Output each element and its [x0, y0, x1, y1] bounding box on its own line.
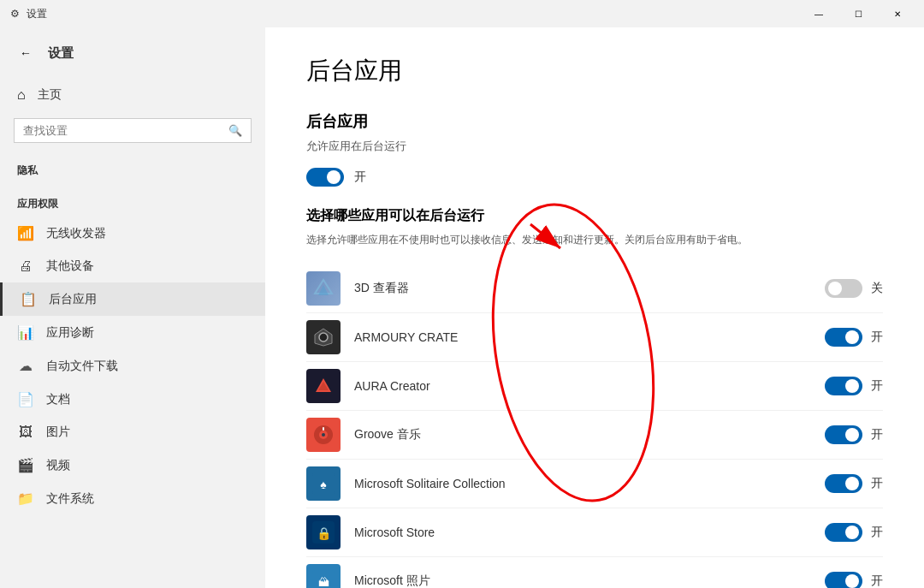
auto-download-label: 自动文件下载 [46, 359, 118, 374]
svg-text:🏔: 🏔 [318, 576, 329, 588]
sidebar-item-filesystem[interactable]: 📁 文件系统 [0, 482, 265, 515]
app-toggle-area-groove: 开 [825, 425, 883, 444]
app-toggle-label-groove: 开 [871, 427, 883, 442]
app-toggle-area-armoury: 开 [825, 328, 883, 347]
app-name-photos: Microsoft 照片 [354, 573, 825, 588]
titlebar-title: 设置 [27, 7, 47, 21]
select-apps-title: 选择哪些应用可以在后台运行 [306, 207, 883, 225]
sidebar: ← 设置 ⌂ 主页 🔍 隐私 应用权限 📶 无线收发器 🖨 其他设备 📋 后台应… [0, 27, 265, 588]
app-diagnostics-icon: 📊 [17, 324, 34, 341]
svg-point-3 [319, 333, 328, 342]
privacy-section-label: 隐私 [0, 150, 265, 183]
app-icon-3d [306, 271, 341, 306]
main-container: ← 设置 ⌂ 主页 🔍 隐私 应用权限 📶 无线收发器 🖨 其他设备 📋 后台应… [0, 27, 924, 588]
content-area: 后台应用 后台应用 允许应用在后台运行 开 选择哪些应用可以在后台运行 选择允许… [265, 27, 924, 588]
close-button[interactable]: ✕ [878, 0, 917, 27]
svg-rect-9 [323, 427, 324, 431]
sidebar-item-other-devices[interactable]: 🖨 其他设备 [0, 250, 265, 282]
sidebar-title: 设置 [48, 45, 74, 62]
filesystem-label: 文件系统 [46, 491, 94, 507]
sidebar-header: ← 设置 [0, 34, 265, 79]
app-toggle-label-photos: 开 [871, 573, 883, 588]
sidebar-item-home[interactable]: ⌂ 主页 [0, 79, 265, 111]
app-name-3d: 3D 查看器 [354, 281, 825, 296]
app-row-groove: Groove 音乐 开 [306, 411, 883, 460]
app-icon-aura [306, 369, 341, 403]
search-input[interactable] [23, 124, 222, 137]
other-devices-label: 其他设备 [46, 258, 94, 274]
sidebar-item-videos[interactable]: 🎬 视频 [0, 448, 265, 482]
app-toggle-solitaire[interactable] [825, 474, 862, 493]
app-icon-armoury [306, 320, 341, 354]
app-toggle-label-store: 开 [871, 525, 883, 540]
sidebar-item-wireless[interactable]: 📶 无线收发器 [0, 217, 265, 250]
main-toggle[interactable] [306, 168, 344, 187]
app-icon-store: 🔒 [306, 515, 341, 549]
back-button[interactable]: ← [14, 41, 38, 65]
allow-label: 允许应用在后台运行 [306, 139, 883, 154]
app-toggle-3d[interactable] [825, 279, 862, 298]
app-name-store: Microsoft Store [354, 526, 825, 539]
app-row-solitaire: ♠ Microsoft Solitaire Collection 开 [306, 460, 883, 508]
sidebar-item-auto-download[interactable]: ☁ 自动文件下载 [0, 349, 265, 383]
sidebar-item-pictures[interactable]: 🖼 图片 [0, 416, 265, 448]
auto-download-icon: ☁ [17, 358, 34, 374]
sidebar-item-documents[interactable]: 📄 文档 [0, 383, 265, 416]
background-apps-icon: 📋 [20, 291, 37, 307]
videos-label: 视频 [46, 458, 70, 473]
search-icon: 🔍 [228, 124, 242, 137]
search-box[interactable]: 🔍 [14, 118, 252, 143]
app-toggle-label-armoury: 开 [871, 330, 883, 345]
app-toggle-area-3d: 关 [825, 279, 883, 298]
titlebar-left: ⚙ 设置 [10, 7, 47, 21]
app-toggle-area-photos: 开 [825, 572, 883, 588]
app-toggle-area-aura: 开 [825, 377, 883, 395]
filesystem-icon: 📁 [17, 490, 34, 507]
app-name-solitaire: Microsoft Solitaire Collection [354, 477, 825, 490]
app-toggle-armoury[interactable] [825, 328, 862, 347]
documents-label: 文档 [46, 392, 70, 407]
app-row-aura: AURA Creator 开 [306, 362, 883, 411]
minimize-button[interactable]: — [799, 0, 838, 27]
documents-icon: 📄 [17, 391, 34, 407]
app-toggle-store[interactable] [825, 523, 862, 542]
background-apps-label: 后台应用 [49, 292, 97, 307]
settings-icon: ⚙ [10, 8, 20, 20]
app-toggle-aura[interactable] [825, 377, 862, 395]
app-permissions-label: 应用权限 [0, 183, 265, 217]
maximize-button[interactable]: ☐ [838, 0, 878, 27]
back-icon: ← [20, 46, 32, 60]
app-icon-solitaire: ♠ [306, 466, 341, 501]
app-row-armoury: ARMOURY CRATE 开 [306, 313, 883, 362]
select-apps-desc: 选择允许哪些应用在不使用时也可以接收信息、发送通知和进行更新。关闭后台应用有助于… [306, 232, 883, 247]
videos-icon: 🎬 [17, 457, 34, 473]
app-toggle-photos[interactable] [825, 572, 862, 588]
app-icon-photos: 🏔 [306, 564, 341, 588]
pictures-icon: 🖼 [17, 425, 34, 440]
app-name-armoury: ARMOURY CRATE [354, 330, 825, 344]
app-name-groove: Groove 音乐 [354, 427, 825, 442]
wireless-label: 无线收发器 [46, 226, 106, 241]
sidebar-item-app-diagnostics[interactable]: 📊 应用诊断 [0, 316, 265, 349]
app-row-3d: 3D 查看器 关 [306, 264, 883, 313]
main-toggle-row: 开 [306, 168, 883, 187]
sidebar-item-background-apps[interactable]: 📋 后台应用 [0, 282, 265, 316]
svg-text:🔒: 🔒 [317, 526, 332, 541]
app-toggle-label-solitaire: 开 [871, 476, 883, 491]
home-icon: ⌂ [17, 87, 26, 103]
svg-text:♠: ♠ [320, 478, 327, 491]
main-toggle-label: 开 [354, 169, 366, 185]
wireless-icon: 📶 [17, 225, 34, 241]
app-diagnostics-label: 应用诊断 [46, 325, 94, 341]
app-icon-groove [306, 418, 341, 452]
other-devices-icon: 🖨 [17, 258, 34, 274]
app-toggle-area-store: 开 [825, 523, 883, 542]
app-toggle-area-solitaire: 开 [825, 474, 883, 493]
titlebar: ⚙ 设置 — ☐ ✕ [0, 0, 924, 27]
section-title: 后台应用 [306, 111, 883, 132]
app-name-aura: AURA Creator [354, 379, 825, 393]
app-toggle-groove[interactable] [825, 425, 862, 444]
app-row-store: 🔒 Microsoft Store 开 [306, 508, 883, 557]
app-toggle-label-3d: 关 [871, 281, 883, 296]
page-title: 后台应用 [306, 55, 883, 87]
